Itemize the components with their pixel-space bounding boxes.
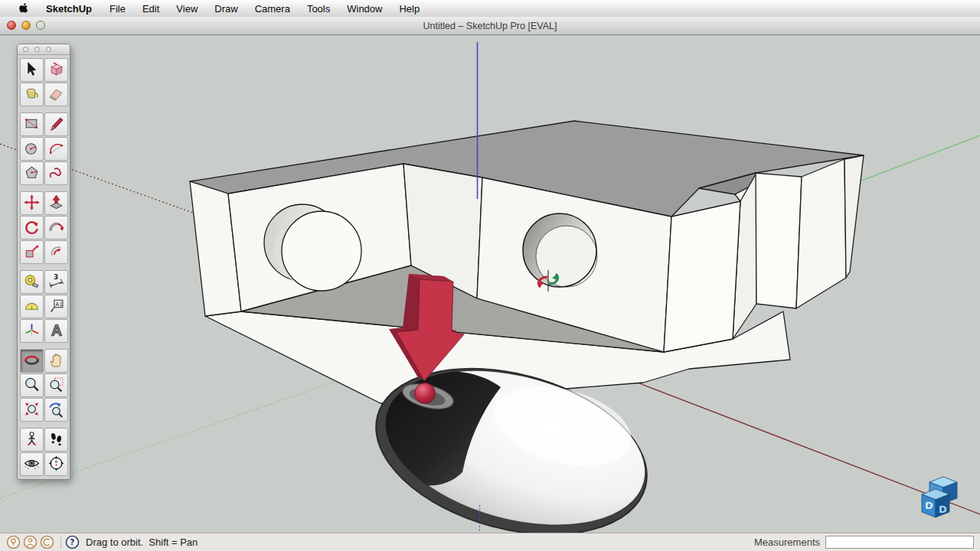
window-title: Untitled – SketchUp Pro [EVAL] [0, 21, 980, 31]
3d-text-icon [47, 321, 65, 341]
tool-text-button[interactable]: A1 [44, 295, 68, 318]
scale-icon [23, 243, 41, 262]
palette-header[interactable] [18, 44, 70, 55]
claim-model-icon[interactable] [23, 535, 38, 549]
orbit-icon [23, 351, 41, 371]
tool-group [18, 58, 69, 106]
apple-menu-icon[interactable] [11, 2, 37, 15]
minimize-button[interactable] [21, 21, 31, 30]
paint-bucket-icon [23, 85, 41, 105]
tool-look-around-button[interactable] [20, 452, 44, 476]
svg-text:?: ? [70, 537, 74, 546]
tool-pan-button[interactable] [44, 349, 68, 373]
zoom-window-button[interactable] [36, 21, 45, 30]
tool-move-button[interactable] [20, 191, 44, 215]
menu-bar: SketchUp FileEditViewDrawCameraToolsWind… [0, 0, 980, 18]
title-bar[interactable]: Untitled – SketchUp Pro [EVAL] [0, 17, 980, 35]
divider [60, 536, 61, 549]
app-menu-sketchup[interactable]: SketchUp [37, 3, 101, 15]
zoom-extents-icon [23, 400, 41, 420]
measurements-label: Measurements [754, 536, 820, 548]
model-bore-hole[interactable] [523, 214, 597, 287]
svg-text:3: 3 [54, 273, 58, 281]
model-right-front-face[interactable] [664, 201, 740, 352]
close-button[interactable] [7, 21, 16, 30]
tool-line-button[interactable] [44, 112, 68, 136]
tool-zoom-extents-button[interactable] [20, 398, 44, 422]
tool-freehand-button[interactable] [44, 161, 68, 185]
menu-items: FileEditViewDrawCameraToolsWindowHelp [101, 3, 428, 15]
tool-tape-measure-button[interactable] [20, 270, 44, 294]
turn-icon [47, 455, 65, 474]
tool-eraser-button[interactable] [44, 83, 68, 106]
polygon-icon [23, 164, 41, 184]
menu-item-window[interactable]: Window [338, 3, 390, 15]
palette-dot-icon [23, 47, 28, 52]
move-icon [23, 194, 41, 214]
measurements-input[interactable] [825, 536, 974, 549]
follow-me-icon [47, 218, 65, 238]
walk-icon [47, 430, 65, 450]
tool-arc-button[interactable] [44, 137, 68, 161]
tool-dimension-button[interactable]: 3 [44, 270, 68, 294]
dimension-icon: 3 [47, 272, 65, 292]
tool-paint-bucket-button[interactable] [20, 83, 44, 106]
status-help-text: Drag to orbit. Shift = Pan [86, 536, 198, 548]
sketchup-window: SketchUp FileEditViewDrawCameraToolsWind… [0, 0, 980, 551]
help-icon[interactable]: ? [65, 535, 80, 549]
select-icon [23, 60, 41, 80]
tool-scale-button[interactable] [20, 240, 44, 264]
menu-item-file[interactable]: File [101, 3, 134, 15]
arc-icon [47, 139, 65, 159]
credits-icon[interactable] [40, 535, 54, 549]
tool-select-button[interactable] [20, 58, 44, 82]
drawing-viewport[interactable]: D D 3A1 [0, 34, 980, 533]
palette-dot-icon [34, 47, 40, 52]
tool-circle-button[interactable] [20, 137, 44, 161]
make-component-icon [47, 60, 65, 80]
push-pull-icon [47, 194, 65, 214]
menu-item-draw[interactable]: Draw [206, 3, 246, 15]
tool-palette: 3A1 [17, 44, 70, 480]
tool-group [18, 349, 69, 422]
menu-item-tools[interactable]: Tools [299, 3, 338, 15]
tool-position-camera-button[interactable] [20, 428, 44, 452]
menu-item-camera[interactable]: Camera [247, 3, 299, 15]
tool-polygon-button[interactable] [20, 161, 44, 185]
tool-offset-button[interactable] [44, 240, 68, 264]
tool-make-component-button[interactable] [44, 58, 68, 82]
tool-turn-button[interactable] [44, 452, 68, 476]
palette-body: 3A1 [18, 55, 70, 479]
eraser-icon [47, 85, 65, 105]
tool-group [18, 191, 69, 264]
tool-zoom-window-button[interactable] [44, 373, 68, 397]
tool-group [18, 112, 69, 185]
axes-icon [23, 321, 41, 341]
model-extension-front[interactable] [756, 173, 802, 308]
tool-follow-me-button[interactable] [44, 216, 68, 240]
tool-zoom-previous-button[interactable] [44, 398, 68, 422]
tool-rotate-button[interactable] [20, 216, 44, 240]
tool-push-pull-button[interactable] [44, 191, 68, 215]
scene-canvas[interactable]: D D [0, 34, 980, 533]
protractor-icon [23, 297, 41, 317]
menu-item-edit[interactable]: Edit [134, 3, 168, 15]
tool-3d-text-button[interactable] [44, 319, 68, 343]
tool-orbit-button[interactable] [20, 349, 44, 373]
tool-rectangle-button[interactable] [20, 112, 44, 136]
menu-item-help[interactable]: Help [390, 3, 428, 15]
tool-group: 3A1 [18, 270, 69, 343]
zoom-window-icon [47, 376, 65, 396]
rectangle-icon [23, 115, 41, 135]
circle-icon [23, 139, 41, 159]
geolocation-icon[interactable] [6, 535, 21, 549]
traffic-lights [7, 21, 45, 30]
tool-zoom-button[interactable] [20, 373, 44, 397]
tool-protractor-button[interactable] [20, 295, 44, 318]
tool-group [18, 428, 69, 476]
tool-walk-button[interactable] [44, 428, 68, 452]
rotate-icon [23, 218, 41, 238]
menu-item-view[interactable]: View [168, 3, 206, 15]
mouse-scroll-ball [415, 383, 436, 404]
tool-axes-button[interactable] [20, 319, 44, 343]
